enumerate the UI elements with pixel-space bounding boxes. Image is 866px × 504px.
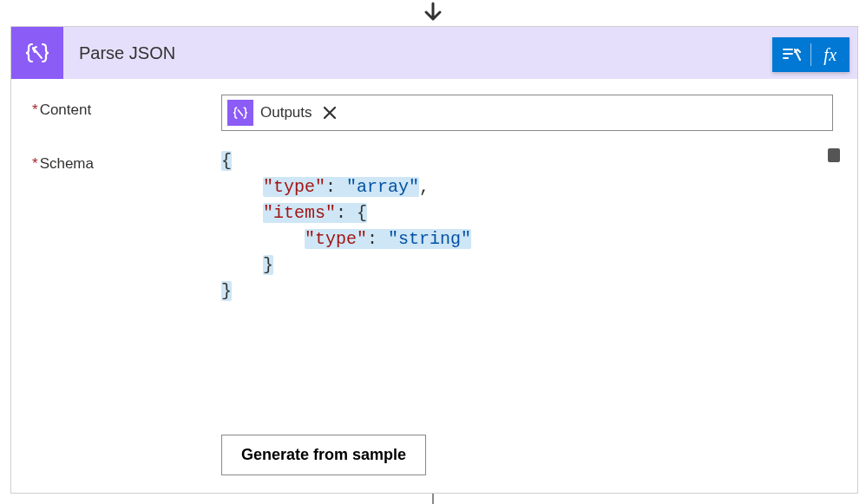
- expression-fx-button[interactable]: fx: [811, 37, 850, 72]
- parse-json-icon: [11, 27, 63, 79]
- dynamic-content-toolbar: fx: [772, 37, 850, 72]
- schema-row: *Schema { "type": "array", "items": { "t…: [32, 148, 833, 417]
- schema-editor[interactable]: { "type": "array", "items": { "type": "s…: [221, 148, 833, 417]
- schema-editor-area: { "type": "array", "items": { "type": "s…: [221, 148, 833, 417]
- content-input[interactable]: Outputs: [221, 95, 833, 131]
- token-remove-button[interactable]: [319, 102, 340, 123]
- schema-scrollbar[interactable]: [828, 148, 840, 162]
- schema-label: *Schema: [32, 148, 221, 173]
- content-row: *Content Outputs: [32, 95, 833, 131]
- card-header[interactable]: Parse JSON fx: [11, 27, 857, 79]
- flow-connector-line: [0, 494, 866, 504]
- card-body: *Content Outputs: [11, 79, 857, 493]
- token-label: Outputs: [253, 104, 319, 121]
- dynamic-content-button[interactable]: [772, 37, 810, 72]
- generate-from-sample-button[interactable]: Generate from sample: [221, 435, 426, 475]
- flow-arrow-down-icon: [0, 0, 866, 26]
- token-json-icon: [227, 100, 253, 126]
- outputs-token[interactable]: Outputs: [227, 99, 344, 127]
- content-label: *Content: [32, 95, 221, 119]
- card-title: Parse JSON: [63, 43, 175, 63]
- parse-json-card: Parse JSON fx *Content: [10, 26, 858, 494]
